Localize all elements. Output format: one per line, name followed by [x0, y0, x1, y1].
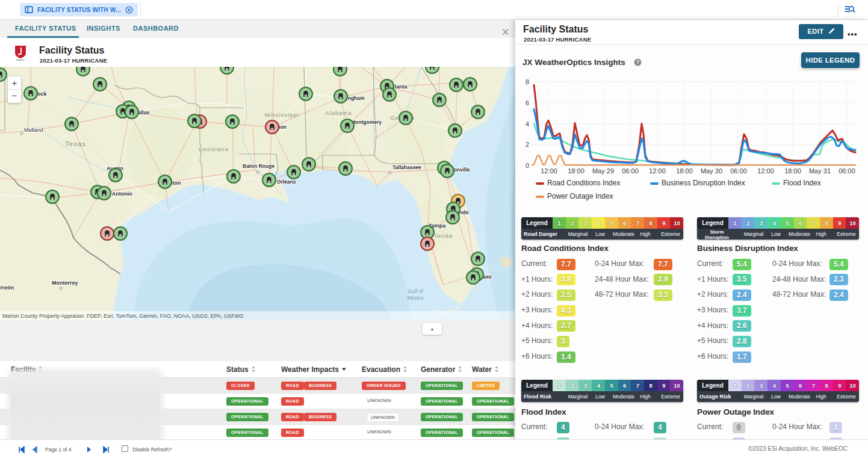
svg-text:Midland: Midland	[24, 127, 43, 133]
svg-text:12:00: 12:00	[541, 167, 557, 175]
svg-text:4: 4	[525, 120, 529, 128]
svg-text:06:00: 06:00	[839, 167, 855, 175]
svg-text:Monterrey: Monterrey	[52, 280, 78, 286]
svg-text:Tallahassee: Tallahassee	[392, 164, 421, 170]
svg-text:06:00: 06:00	[730, 167, 747, 175]
svg-text:Torreón: Torreón	[0, 285, 14, 291]
svg-text:May 29: May 29	[592, 167, 614, 175]
svg-text:Baton Rouge: Baton Rouge	[243, 163, 274, 169]
svg-text:Mississippi: Mississippi	[265, 111, 299, 118]
svg-text:Texas: Texas	[65, 140, 86, 147]
svg-text:2: 2	[525, 141, 529, 148]
svg-text:Marion County Property Apprais: Marion County Property Appraiser, FDEP, …	[2, 313, 244, 319]
svg-text:12:00: 12:00	[649, 167, 666, 175]
svg-text:WebEOC: WebEOC	[16, 59, 25, 61]
svg-text:12:00: 12:00	[757, 167, 774, 175]
svg-text:6: 6	[525, 99, 529, 107]
svg-text:Louisiana: Louisiana	[199, 146, 229, 152]
svg-text:18:00: 18:00	[568, 167, 584, 175]
svg-text:8: 8	[525, 78, 529, 85]
svg-text:Gulf of: Gulf of	[408, 288, 424, 294]
svg-text:18:00: 18:00	[676, 167, 693, 175]
svg-text:May 31: May 31	[809, 167, 831, 175]
svg-text:06:00: 06:00	[622, 167, 639, 175]
svg-text:18:00: 18:00	[784, 167, 801, 175]
svg-text:Montgomery: Montgomery	[351, 119, 382, 125]
svg-text:0: 0	[525, 162, 529, 169]
svg-text:Alabama: Alabama	[325, 110, 352, 116]
svg-text:May 30: May 30	[701, 167, 722, 175]
svg-text:Mexico: Mexico	[408, 295, 424, 301]
svg-text:?: ?	[636, 59, 639, 65]
